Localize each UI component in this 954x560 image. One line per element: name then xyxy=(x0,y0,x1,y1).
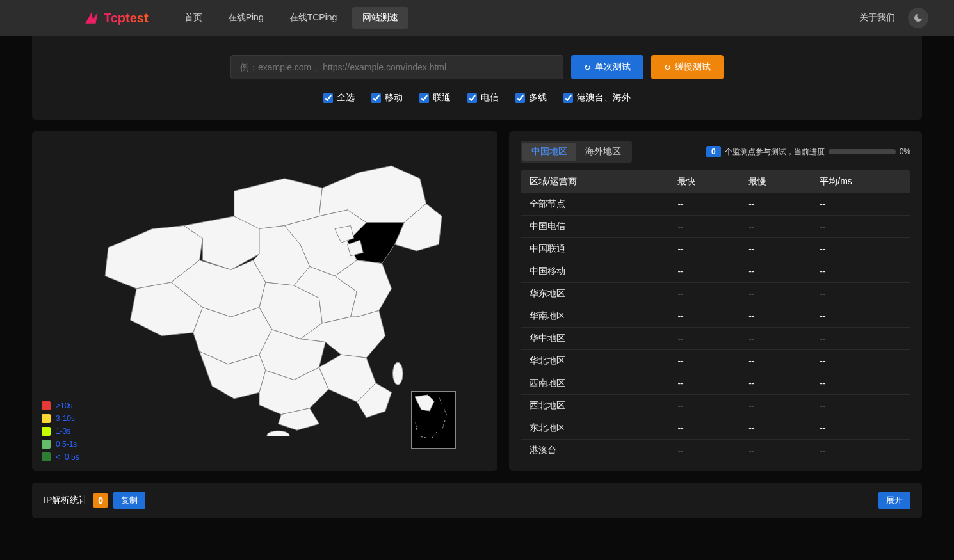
logo-icon xyxy=(83,10,100,26)
reload-icon xyxy=(664,62,671,72)
table-cell: -- xyxy=(668,193,740,216)
table-cell: -- xyxy=(668,283,740,305)
navbar: Tcptest 首页在线Ping在线TCPing网站测速 关于我们 xyxy=(0,0,954,36)
monitor-count-badge: 0 xyxy=(706,146,721,157)
filter-checkbox[interactable]: 港澳台、海外 xyxy=(563,92,631,104)
legend-color xyxy=(42,427,51,436)
table-cell: 西北地区 xyxy=(521,395,668,417)
single-test-button[interactable]: 单次测试 xyxy=(571,55,643,79)
table-row: 东北地区------ xyxy=(521,417,910,440)
table-cell: 西南地区 xyxy=(521,372,668,395)
moon-icon xyxy=(913,13,923,23)
table-cell: -- xyxy=(811,216,910,238)
legend-color xyxy=(42,440,51,449)
table-cell: -- xyxy=(811,238,910,260)
slow-test-button[interactable]: 缓慢测试 xyxy=(651,55,724,79)
table-cell: 中国联通 xyxy=(521,238,668,260)
ip-stats-title: IP解析统计 xyxy=(44,495,88,506)
table-row: 华南地区------ xyxy=(521,305,910,328)
map-panel: >10s3-10s1-3s0.5-1s<=0.5s xyxy=(32,131,497,471)
table-cell: -- xyxy=(811,283,910,305)
table-cell: 华东地区 xyxy=(521,283,668,305)
table-cell: -- xyxy=(811,328,910,350)
table-cell: -- xyxy=(668,238,740,260)
filter-checkboxes: 全选移动联通电信多线港澳台、海外 xyxy=(45,92,909,104)
legend-color xyxy=(42,414,51,423)
table-cell: -- xyxy=(668,328,740,350)
table-row: 华东地区------ xyxy=(521,283,910,305)
filter-checkbox[interactable]: 多线 xyxy=(515,92,547,104)
region-tabs: 中国地区 海外地区 xyxy=(521,141,632,163)
nav-item[interactable]: 在线Ping xyxy=(218,7,274,29)
table-row: 中国联通------ xyxy=(521,238,910,260)
url-input[interactable] xyxy=(230,55,563,79)
svg-point-0 xyxy=(267,431,289,436)
table-cell: -- xyxy=(811,372,910,395)
theme-toggle-button[interactable] xyxy=(908,8,928,28)
nav-item[interactable]: 网站测速 xyxy=(352,7,408,29)
nav-item[interactable]: 首页 xyxy=(174,7,213,29)
input-panel: 单次测试 缓慢测试 全选移动联通电信多线港澳台、海外 xyxy=(32,36,922,120)
table-cell: -- xyxy=(811,395,910,417)
filter-checkbox[interactable]: 全选 xyxy=(323,92,355,104)
map-legend: >10s3-10s1-3s0.5-1s<=0.5s xyxy=(42,397,79,461)
table-cell: -- xyxy=(740,260,811,283)
legend-item: <=0.5s xyxy=(42,452,79,461)
checkbox-input[interactable] xyxy=(371,93,381,103)
table-cell: -- xyxy=(740,440,811,462)
table-row: 华中地区------ xyxy=(521,328,910,350)
progress-text: 个监测点参与测试，当前进度 xyxy=(725,147,825,157)
table-cell: -- xyxy=(811,350,910,372)
filter-checkbox[interactable]: 移动 xyxy=(371,92,403,104)
table-header: 区域/运营商 xyxy=(521,170,668,193)
table-cell: -- xyxy=(740,216,811,238)
table-row: 港澳台------ xyxy=(521,440,910,462)
table-cell: -- xyxy=(740,328,811,350)
table-cell: 中国移动 xyxy=(521,260,668,283)
ip-count-badge: 0 xyxy=(93,493,108,508)
legend-item: 1-3s xyxy=(42,427,79,436)
table-cell: -- xyxy=(668,417,740,440)
table-cell: -- xyxy=(740,395,811,417)
checkbox-input[interactable] xyxy=(419,93,429,103)
table-cell: 华北地区 xyxy=(521,350,668,372)
checkbox-input[interactable] xyxy=(467,93,477,103)
checkbox-input[interactable] xyxy=(323,93,333,103)
logo-text: Tcptest xyxy=(104,11,149,26)
filter-checkbox[interactable]: 联通 xyxy=(419,92,451,104)
nav-item[interactable]: 在线TCPing xyxy=(279,7,348,29)
progress-bar xyxy=(829,149,896,154)
results-table: 区域/运营商最快最慢平均/ms 全部节点------中国电信------中国联通… xyxy=(521,170,910,461)
ip-stats-panel: IP解析统计 0 复制 展开 xyxy=(32,483,922,518)
table-row: 中国移动------ xyxy=(521,260,910,283)
table-cell: -- xyxy=(740,372,811,395)
table-cell: 中国电信 xyxy=(521,216,668,238)
china-map[interactable] xyxy=(70,134,448,436)
results-panel: 中国地区 海外地区 0 个监测点参与测试，当前进度 0% 区域/运营商最快最慢平… xyxy=(509,131,922,471)
checkbox-input[interactable] xyxy=(563,93,573,103)
checkbox-input[interactable] xyxy=(515,93,525,103)
table-cell: -- xyxy=(668,305,740,328)
table-row: 中国电信------ xyxy=(521,216,910,238)
legend-item: 3-10s xyxy=(42,414,79,423)
filter-checkbox[interactable]: 电信 xyxy=(467,92,499,104)
table-cell: -- xyxy=(811,305,910,328)
tab-overseas[interactable]: 海外地区 xyxy=(576,143,630,161)
table-cell: -- xyxy=(668,260,740,283)
table-cell: -- xyxy=(811,417,910,440)
table-row: 西南地区------ xyxy=(521,372,910,395)
nav-menu: 首页在线Ping在线TCPing网站测速 xyxy=(174,7,409,29)
table-cell: -- xyxy=(740,283,811,305)
copy-button[interactable]: 复制 xyxy=(113,492,145,509)
nav-about[interactable]: 关于我们 xyxy=(859,12,895,24)
table-header: 最快 xyxy=(668,170,740,193)
logo[interactable]: Tcptest xyxy=(83,10,149,26)
table-cell: -- xyxy=(668,372,740,395)
expand-button[interactable]: 展开 xyxy=(878,492,910,509)
table-cell: -- xyxy=(811,440,910,462)
reload-icon xyxy=(584,62,591,72)
tab-china[interactable]: 中国地区 xyxy=(522,143,576,161)
table-cell: 全部节点 xyxy=(521,193,668,216)
table-cell: -- xyxy=(740,193,811,216)
table-cell: -- xyxy=(740,238,811,260)
